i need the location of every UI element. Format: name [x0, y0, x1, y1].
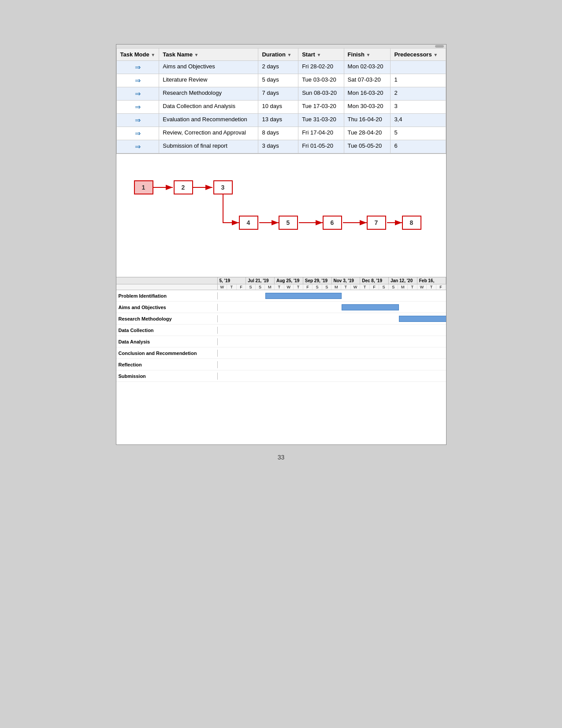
gantt-row-bars	[218, 302, 446, 313]
finish-cell: Mon 16-03-20	[344, 87, 391, 101]
gantt-day-cell: M	[398, 284, 408, 290]
th-arrow-duration[interactable]: ▼	[287, 52, 292, 57]
network-node-7: 7	[367, 216, 386, 230]
gantt-day-cell: T	[294, 284, 303, 290]
gantt-day-cell: F	[303, 284, 313, 290]
task-name-cell: Review, Correction and Approval	[159, 127, 258, 140]
table-row: ⇒ Data Collection and Analysis 10 days T…	[116, 101, 446, 114]
start-cell: Fri 01-05-20	[298, 140, 344, 153]
predecessors-cell: 5	[391, 127, 446, 140]
task-mode-cell: ⇒	[116, 61, 159, 74]
duration-cell: 10 days	[258, 101, 298, 114]
duration-cell: 8 days	[258, 127, 298, 140]
gantt-day-cell: M	[265, 284, 275, 290]
predecessors-cell: 6	[391, 140, 446, 153]
predecessors-cell: 2	[391, 87, 446, 101]
finish-cell: Tue 28-04-20	[344, 127, 391, 140]
gantt-row-bars	[218, 336, 446, 347]
gantt-bar	[265, 293, 342, 299]
task-name-cell: Literature Review	[159, 74, 258, 87]
start-cell: Fri 28-02-20	[298, 61, 344, 74]
task-mode-icon: ⇒	[135, 63, 141, 71]
predecessors-cell: 3,4	[391, 114, 446, 127]
gantt-task-label: Reflection	[116, 361, 218, 368]
th-arrow-predecessors[interactable]: ▼	[433, 52, 438, 57]
th-task-mode: Task Mode ▼	[116, 49, 159, 61]
network-canvas: 1 2 3 4 5 6 7 8	[121, 163, 442, 269]
gantt-task-row: Problem Identifiation	[116, 290, 446, 302]
start-cell: Sun 08-03-20	[298, 87, 344, 101]
gantt-row-bars	[218, 325, 446, 336]
duration-cell: 5 days	[258, 74, 298, 87]
gantt-body: Problem IdentifiationAims and Objectives…	[116, 290, 446, 382]
gantt-date-group: Sep 29, '19	[303, 277, 332, 284]
gantt-task-row: Aims and Objectives	[116, 302, 446, 313]
scrollbar[interactable]	[116, 45, 446, 48]
gantt-day-cell: S	[313, 284, 322, 290]
gantt-task-label: Data Collection	[116, 327, 218, 334]
page-container: Task Mode ▼ Task Name ▼ Duration ▼ Sta	[0, 18, 562, 728]
gantt-task-label: Conclusion and Recommendetion	[116, 350, 218, 357]
th-arrow-finish[interactable]: ▼	[366, 52, 371, 57]
gantt-task-label: Aims and Objectives	[116, 304, 218, 311]
gantt-task-row: Research Methodology	[116, 313, 446, 325]
network-node-5: 5	[279, 216, 298, 230]
gantt-day-cell: S	[322, 284, 332, 290]
th-finish: Finish ▼	[344, 49, 391, 61]
gantt-day-cell: T	[341, 284, 351, 290]
task-mode-cell: ⇒	[116, 114, 159, 127]
gantt-day-cell: W	[351, 284, 361, 290]
gantt-row-bars	[218, 370, 446, 382]
task-name-cell: Evaluation and Recommendetion	[159, 114, 258, 127]
predecessors-cell	[391, 61, 446, 74]
start-cell: Tue 31-03-20	[298, 114, 344, 127]
task-mode-icon: ⇒	[135, 116, 141, 124]
task-name-cell: Aims and Objectives	[159, 61, 258, 74]
gantt-date-group: Feb 16,	[417, 277, 446, 284]
network-node-2: 2	[174, 180, 193, 194]
gantt-date-group: Jul 21, '19	[246, 277, 275, 284]
table-row: ⇒ Research Methodology 7 days Sun 08-03-…	[116, 87, 446, 101]
th-arrow-start[interactable]: ▼	[316, 52, 321, 57]
task-mode-icon: ⇒	[135, 103, 141, 111]
gantt-task-row: Reflection	[116, 359, 446, 370]
task-table: Task Mode ▼ Task Name ▼ Duration ▼ Sta	[116, 48, 446, 153]
start-cell: Fri 17-04-20	[298, 127, 344, 140]
task-name-cell: Research Methodology	[159, 87, 258, 101]
gantt-day-cell: S	[389, 284, 398, 290]
th-duration: Duration ▼	[258, 49, 298, 61]
gantt-date-group: Jan 12, '20	[389, 277, 417, 284]
finish-cell: Tue 05-05-20	[344, 140, 391, 153]
th-arrow-task-mode[interactable]: ▼	[151, 52, 155, 57]
gantt-date-group: 5, '19	[218, 277, 246, 284]
gantt-day-cell: T	[360, 284, 370, 290]
duration-cell: 2 days	[258, 61, 298, 74]
gantt-row-bars	[218, 347, 446, 359]
network-node-4: 4	[239, 216, 258, 230]
gantt-day-cell: S	[246, 284, 256, 290]
table-section: Task Mode ▼ Task Name ▼ Duration ▼ Sta	[116, 48, 446, 153]
gantt-section: 5, '19Jul 21, '19Aug 25, '19Sep 29, '19N…	[116, 277, 446, 444]
network-section: 1 2 3 4 5 6 7 8	[116, 153, 446, 277]
gantt-day-cell: M	[331, 284, 341, 290]
gantt-row-bars	[218, 359, 446, 370]
gantt-bar	[342, 304, 399, 310]
task-mode-icon: ⇒	[135, 77, 141, 84]
duration-cell: 13 days	[258, 114, 298, 127]
gantt-day-cell: S	[379, 284, 389, 290]
predecessors-cell: 3	[391, 101, 446, 114]
main-box: Task Mode ▼ Task Name ▼ Duration ▼ Sta	[116, 44, 447, 445]
start-cell: Tue 03-03-20	[298, 74, 344, 87]
gantt-bar	[399, 316, 446, 322]
th-arrow-task-name[interactable]: ▼	[194, 52, 199, 57]
gantt-date-group: Nov 3, '19	[332, 277, 361, 284]
network-node-1: 1	[134, 180, 153, 194]
gantt-day-cell: W	[417, 284, 427, 290]
network-node-3: 3	[213, 180, 233, 194]
network-node-6: 6	[323, 216, 342, 230]
task-mode-cell: ⇒	[116, 74, 159, 87]
task-mode-cell: ⇒	[116, 140, 159, 153]
gantt-date-group: Dec 8, '19	[360, 277, 389, 284]
page-number: 33	[278, 454, 285, 461]
th-predecessors: Predecessors ▼	[391, 49, 446, 61]
